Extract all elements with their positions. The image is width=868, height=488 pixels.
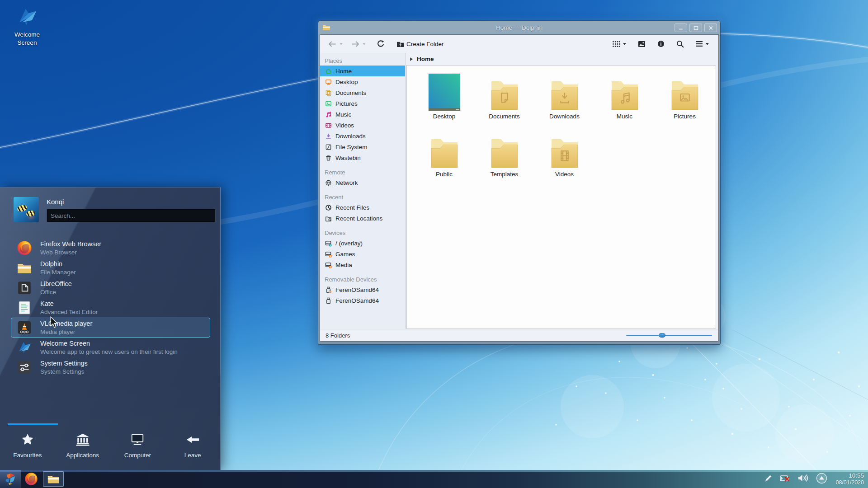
menu-button[interactable] (693, 39, 711, 49)
place-item-label: Wastebin (335, 155, 361, 161)
place-item-label: FerenOSamd64 (335, 297, 379, 304)
search-input[interactable] (47, 209, 216, 222)
clock-time: 10:55 (835, 472, 864, 479)
home-icon (325, 67, 332, 75)
place-item-videos[interactable]: Videos (320, 120, 405, 131)
place-item-ferenosamd64[interactable]: FerenOSamd64 (320, 295, 405, 306)
launcher-app-system-settings[interactable]: System SettingsSystem Settings (11, 357, 210, 377)
info-button[interactable] (655, 38, 667, 49)
place-item-desktop[interactable]: Desktop (320, 76, 405, 87)
taskbar-firefox-button[interactable] (21, 470, 42, 488)
stylus-tool-tray-icon[interactable] (764, 473, 774, 485)
system-settings-icon (16, 359, 33, 375)
place-item-ferenosamd64[interactable]: FerenOSamd64 (320, 284, 405, 295)
search-button[interactable] (674, 38, 686, 50)
launcher-app-welcome-screen[interactable]: Welcome ScreenWelcome app to greet new u… (11, 338, 210, 357)
feren-logo-icon (4, 472, 18, 486)
clock[interactable]: 10:55 08/01/2020 (835, 472, 864, 486)
welcome-bird-icon (16, 339, 33, 356)
launcher-app-firefox-web-browser[interactable]: Firefox Web BrowserWeb Browser (11, 238, 210, 258)
place-item-label: / (overlay) (335, 240, 363, 247)
app-name: System Settings (40, 359, 88, 368)
place-item-label: Music (335, 111, 351, 118)
launcher-app-libreoffice[interactable]: LibreOfficeOffice (11, 278, 210, 298)
folder-icon (551, 130, 579, 169)
app-description: System Settings (40, 368, 88, 376)
place-item-file-system[interactable]: File System (320, 141, 405, 152)
launcher-app-dolphin[interactable]: DolphinFile Manager (11, 258, 210, 278)
app-name: Dolphin (40, 260, 76, 268)
folder-item-videos[interactable]: Videos (534, 130, 594, 188)
tab-applications[interactable]: Applications (55, 432, 110, 470)
breadcrumb-caret-icon[interactable] (410, 57, 413, 61)
places-panel: PlacesHomeDesktopDocumentsPicturesMusicV… (320, 53, 406, 329)
maximize-button[interactable] (689, 23, 702, 32)
place-item-documents[interactable]: Documents (320, 87, 405, 98)
folder-item-desktop[interactable]: Desktop (414, 72, 474, 130)
minimize-button[interactable] (675, 23, 687, 32)
folder-item-label: Desktop (433, 113, 456, 120)
folder-item-public[interactable]: Public (414, 130, 474, 188)
close-button[interactable] (704, 23, 717, 32)
volume-tray-icon[interactable] (797, 473, 810, 485)
user-avatar[interactable] (14, 197, 39, 222)
place-item-network[interactable]: Network (320, 177, 405, 188)
places-section-header: Remote (320, 167, 405, 177)
taskbar-dolphin-task[interactable] (42, 470, 65, 488)
preview-toggle-button[interactable] (636, 39, 648, 49)
usb-drive-plain-icon (325, 297, 332, 304)
place-item-home[interactable]: Home (320, 66, 405, 76)
breadcrumb[interactable]: Home (406, 53, 718, 65)
folder-item-pictures[interactable]: Pictures (655, 72, 715, 130)
zoom-slider[interactable] (626, 332, 712, 338)
place-item-music[interactable]: Music (320, 109, 405, 120)
start-menu-button[interactable] (0, 470, 21, 488)
tab-favourites[interactable]: Favourites (0, 432, 55, 470)
usb-drive-icon (325, 286, 332, 293)
breadcrumb-label[interactable]: Home (417, 56, 434, 62)
places-section-header: Recent (320, 192, 405, 202)
folder-item-label: Music (617, 113, 632, 120)
place-item-wastebin[interactable]: Wastebin (320, 152, 405, 163)
launcher-app-vlc-media-player[interactable]: VLC media playerMedia player (11, 318, 210, 338)
app-description: Media player (40, 328, 92, 336)
folder-item-downloads[interactable]: Downloads (534, 72, 594, 130)
application-launcher: Konqi Firefox Web BrowserWeb BrowserDolp… (0, 187, 221, 470)
create-folder-button[interactable]: Create Folder (394, 39, 446, 49)
tab-computer[interactable]: Computer (110, 432, 165, 470)
drive-games-icon (325, 250, 332, 258)
folder-item-music[interactable]: Music (594, 72, 655, 130)
user-name: Konqi (47, 198, 216, 206)
forward-button[interactable] (349, 39, 368, 49)
place-item-recent-files[interactable]: Recent Files (320, 202, 405, 213)
desktop-icon-welcome-screen[interactable]: Welcome Screen (6, 5, 48, 47)
battery-missing-tray-icon[interactable] (779, 473, 792, 485)
recent-locations-icon (325, 215, 332, 222)
folder-item-documents[interactable]: Documents (474, 72, 534, 130)
tab-label: Computer (124, 452, 151, 459)
place-item-overlay[interactable]: / (overlay) (320, 238, 405, 249)
place-item-games[interactable]: Games (320, 249, 405, 259)
tray-expand-button[interactable] (816, 472, 828, 486)
tab-leave[interactable]: Leave (165, 432, 220, 470)
active-tab-indicator (8, 423, 58, 425)
dolphin-titlebar[interactable]: Home — Dolphin (320, 21, 719, 34)
drive-overlay-icon (325, 239, 332, 247)
place-item-pictures[interactable]: Pictures (320, 98, 405, 109)
place-item-downloads[interactable]: Downloads (320, 131, 405, 141)
place-item-media[interactable]: Media (320, 259, 405, 270)
view-mode-button[interactable] (610, 39, 628, 49)
dolphin-folder-icon (16, 260, 33, 276)
computer-icon (130, 432, 145, 447)
folder-item-label: Public (436, 171, 453, 178)
refresh-button[interactable] (374, 38, 387, 50)
folder-item-templates[interactable]: Templates (474, 130, 534, 188)
create-folder-label: Create Folder (406, 41, 444, 47)
back-button[interactable] (326, 39, 345, 49)
zoom-slider-track[interactable] (626, 335, 712, 336)
zoom-slider-handle[interactable] (659, 333, 665, 338)
place-item-recent-locations[interactable]: Recent Locations (320, 213, 405, 224)
folder-item-label: Documents (489, 113, 519, 120)
launcher-app-kate[interactable]: KateAdvanced Text Editor (11, 298, 210, 318)
desktop-icon (325, 78, 332, 85)
